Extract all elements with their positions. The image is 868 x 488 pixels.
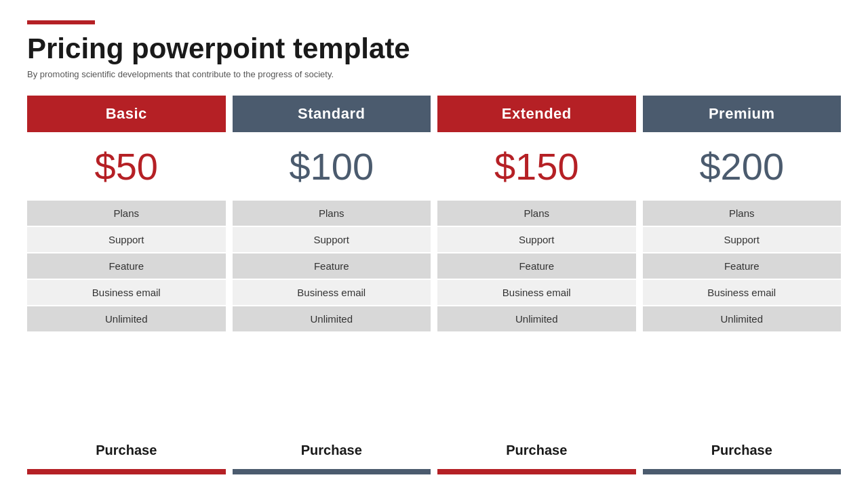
pricing-card-extended: Extended $150 PlansSupportFeatureBusines… [437,96,636,474]
purchase-button-standard[interactable]: Purchase [301,443,362,458]
feature-item: Unlimited [233,306,431,331]
purchase-button-basic[interactable]: Purchase [96,443,157,458]
feature-item: Plans [643,201,842,226]
pricing-card-standard: Standard $100 PlansSupportFeatureBusines… [233,96,431,474]
feature-item: Unlimited [437,306,636,331]
card-footer-basic [27,469,226,474]
page-subtitle: By promoting scientific developments tha… [27,69,841,79]
feature-item: Unlimited [643,306,842,331]
card-footer-extended [437,469,636,474]
pricing-grid: Basic $50 PlansSupportFeatureBusiness em… [27,96,841,474]
card-header-extended: Extended [437,96,636,132]
feature-item: Support [233,227,431,252]
features-list-extended: PlansSupportFeatureBusiness emailUnlimit… [437,201,636,432]
pricing-card-premium: Premium $200 PlansSupportFeatureBusiness… [643,96,842,474]
features-list-standard: PlansSupportFeatureBusiness emailUnlimit… [233,201,431,432]
card-footer-premium [643,469,842,474]
feature-item: Plans [233,201,431,226]
feature-item: Feature [643,253,842,279]
feature-item: Support [437,227,636,252]
feature-item: Feature [27,253,226,279]
feature-item: Business email [643,280,842,305]
card-header-premium: Premium [643,96,842,132]
page: Pricing powerpoint template By promoting… [0,0,868,488]
feature-item: Unlimited [27,306,226,331]
purchase-button-premium[interactable]: Purchase [711,443,772,458]
feature-item: Plans [437,201,636,226]
feature-item: Business email [437,280,636,305]
purchase-section-standard: Purchase [233,432,431,469]
feature-item: Business email [233,280,431,305]
purchase-section-premium: Purchase [643,432,842,469]
feature-item: Feature [233,253,431,279]
page-title: Pricing powerpoint template [27,33,841,65]
card-price-premium: $200 [643,132,842,201]
card-header-basic: Basic [27,96,226,132]
purchase-section-extended: Purchase [437,432,636,469]
features-list-premium: PlansSupportFeatureBusiness emailUnlimit… [643,201,842,432]
purchase-button-extended[interactable]: Purchase [506,443,567,458]
pricing-card-basic: Basic $50 PlansSupportFeatureBusiness em… [27,96,226,474]
feature-item: Feature [437,253,636,279]
feature-item: Plans [27,201,226,226]
purchase-section-basic: Purchase [27,432,226,469]
card-price-standard: $100 [233,132,431,201]
top-accent [27,20,95,24]
card-footer-standard [233,469,431,474]
feature-item: Business email [27,280,226,305]
features-list-basic: PlansSupportFeatureBusiness emailUnlimit… [27,201,226,432]
card-price-extended: $150 [437,132,636,201]
feature-item: Support [643,227,842,252]
feature-item: Support [27,227,226,252]
card-header-standard: Standard [233,96,431,132]
card-price-basic: $50 [27,132,226,201]
